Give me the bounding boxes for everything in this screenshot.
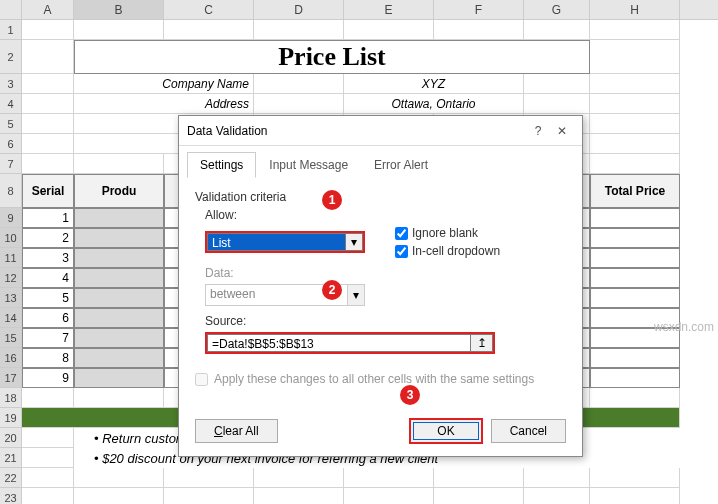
serial-cell[interactable]: 5 (22, 288, 74, 308)
address-value: Ottawa, Ontario (344, 94, 524, 114)
data-label: Data: (205, 266, 566, 280)
row-17[interactable]: 17 (0, 368, 22, 388)
product-cell[interactable] (74, 348, 164, 368)
col-D[interactable]: D (254, 0, 344, 19)
help-icon[interactable]: ? (526, 124, 550, 138)
row-15[interactable]: 15 (0, 328, 22, 348)
header-serial: Serial (22, 174, 74, 208)
row-5[interactable]: 5 (0, 114, 22, 134)
header-total: Total Price (590, 174, 680, 208)
product-cell[interactable] (74, 248, 164, 268)
data-validation-dialog: Data Validation ? ✕ Settings Input Messa… (178, 115, 583, 457)
serial-cell[interactable]: 9 (22, 368, 74, 388)
allow-combobox[interactable]: List ▾ (205, 231, 365, 253)
row-21[interactable]: 21 (0, 448, 22, 468)
select-all-corner[interactable] (0, 0, 22, 19)
range-picker-icon[interactable]: ↥ (471, 334, 493, 352)
row-13[interactable]: 13 (0, 288, 22, 308)
apply-all-checkbox (195, 373, 208, 386)
row-20[interactable]: 20 (0, 428, 22, 448)
address-label: Address (74, 94, 254, 114)
allow-value: List (207, 233, 345, 251)
callout-badge-2: 2 (322, 280, 342, 300)
tab-input-message[interactable]: Input Message (256, 152, 361, 178)
callout-badge-1: 1 (322, 190, 342, 210)
product-cell[interactable] (74, 208, 164, 228)
row-16[interactable]: 16 (0, 348, 22, 368)
chevron-down-icon: ▾ (347, 284, 365, 306)
col-F[interactable]: F (434, 0, 524, 19)
dialog-title: Data Validation (187, 124, 526, 138)
row-9[interactable]: 9 (0, 208, 22, 228)
product-cell[interactable] (74, 308, 164, 328)
serial-cell[interactable]: 6 (22, 308, 74, 328)
row-19[interactable]: 19 (0, 408, 22, 428)
product-cell[interactable] (74, 268, 164, 288)
row-22[interactable]: 22 (0, 468, 22, 488)
row-14[interactable]: 14 (0, 308, 22, 328)
row-7[interactable]: 7 (0, 154, 22, 174)
clear-all-button[interactable]: Clear All (195, 419, 278, 443)
page-title: Price List (74, 40, 590, 74)
apply-all-label: Apply these changes to all other cells w… (214, 372, 534, 386)
cancel-button[interactable]: Cancel (491, 419, 566, 443)
header-product: Produ (74, 174, 164, 208)
serial-cell[interactable]: 1 (22, 208, 74, 228)
source-value[interactable]: =Data!$B$5:$B$13 (207, 334, 471, 352)
col-E[interactable]: E (344, 0, 434, 19)
product-cell[interactable] (74, 228, 164, 248)
column-headers: A B C D E F G H (0, 0, 718, 20)
tab-settings[interactable]: Settings (187, 152, 256, 178)
product-cell[interactable] (74, 328, 164, 348)
allow-label: Allow: (205, 208, 566, 222)
company-value: XYZ (344, 74, 524, 94)
tab-error-alert[interactable]: Error Alert (361, 152, 441, 178)
source-input[interactable]: =Data!$B$5:$B$13 ↥ (205, 332, 495, 354)
col-A[interactable]: A (22, 0, 74, 19)
row-2[interactable]: 2 (0, 40, 22, 74)
ignore-blank-checkbox[interactable]: Ignore blank (395, 226, 500, 240)
row-12[interactable]: 12 (0, 268, 22, 288)
row-headers: 1 2 3 4 5 6 7 8 9 10 11 12 13 14 15 16 1… (0, 20, 22, 504)
col-H[interactable]: H (590, 0, 680, 19)
serial-cell[interactable]: 8 (22, 348, 74, 368)
callout-badge-3: 3 (400, 385, 420, 405)
source-label: Source: (205, 314, 566, 328)
ok-button[interactable]: OK (409, 418, 482, 444)
incell-dropdown-checkbox[interactable]: In-cell dropdown (395, 244, 500, 258)
row-3[interactable]: 3 (0, 74, 22, 94)
close-icon[interactable]: ✕ (550, 124, 574, 138)
row-1[interactable]: 1 (0, 20, 22, 40)
serial-cell[interactable]: 4 (22, 268, 74, 288)
chevron-down-icon[interactable]: ▾ (345, 233, 363, 251)
col-B[interactable]: B (74, 0, 164, 19)
row-4[interactable]: 4 (0, 94, 22, 114)
row-11[interactable]: 11 (0, 248, 22, 268)
serial-cell[interactable]: 7 (22, 328, 74, 348)
row-23[interactable]: 23 (0, 488, 22, 504)
row-10[interactable]: 10 (0, 228, 22, 248)
row-6[interactable]: 6 (0, 134, 22, 154)
validation-criteria-label: Validation criteria (195, 190, 566, 204)
watermark: wsxdn.com (654, 320, 714, 334)
serial-cell[interactable]: 2 (22, 228, 74, 248)
row-18[interactable]: 18 (0, 388, 22, 408)
serial-cell[interactable]: 3 (22, 248, 74, 268)
product-cell[interactable] (74, 368, 164, 388)
row-8[interactable]: 8 (0, 174, 22, 208)
company-label: Company Name (74, 74, 254, 94)
dialog-tabs: Settings Input Message Error Alert (179, 146, 582, 178)
col-G[interactable]: G (524, 0, 590, 19)
col-C[interactable]: C (164, 0, 254, 19)
dialog-titlebar[interactable]: Data Validation ? ✕ (179, 116, 582, 146)
product-cell[interactable] (74, 288, 164, 308)
